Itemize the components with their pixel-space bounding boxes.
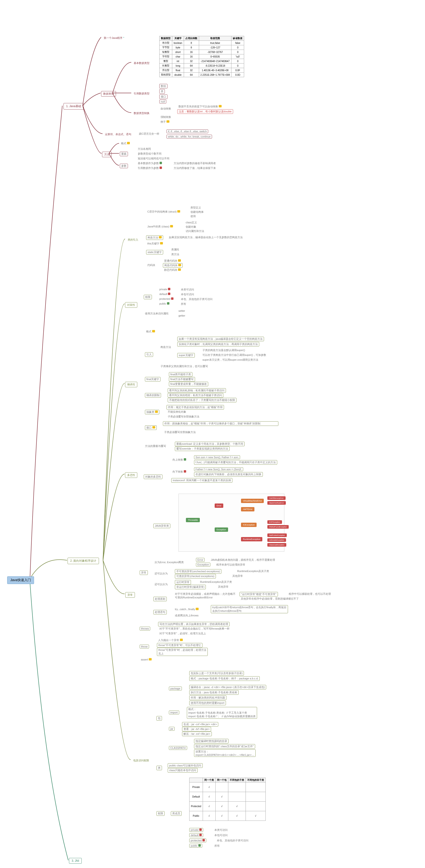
- pk1: 包实际上是一个文件夹(可以含有多级子目录): [189, 671, 244, 676]
- sk-b: 可以在子类构造方法中首行自己调用super()，可加参数: [201, 353, 267, 357]
- priv3n: 本包、其他包的子类可访问: [180, 297, 214, 301]
- cb1: 普通代码块: [163, 259, 182, 263]
- package[interactable]: package: [169, 687, 182, 690]
- th1: 写在方法的声明位置，表示如果发生异常，扔给调用者处理: [158, 622, 230, 626]
- mp4: public: [189, 844, 202, 848]
- ab2: 不能实例化对象: [166, 410, 187, 414]
- sk-c: super表示父类，可以用super.xxxx调用父类方法: [201, 358, 259, 362]
- err-exc[interactable]: 分为Error, Exception两类: [153, 560, 185, 564]
- cp3: 设置方法： export CLASSPATH=<dir1>:<dir2>:...…: [194, 749, 256, 757]
- mp4n: 所有: [213, 844, 221, 848]
- section-java-basics[interactable]: 1. Java基础: [64, 103, 84, 110]
- first-program[interactable]: 第一个Java程序 *: [102, 35, 126, 40]
- inherit-ctor[interactable]: 构造方法: [159, 345, 172, 349]
- tc1n: try或catch块中有return或throw语句，会先执行finally块，…: [211, 605, 288, 613]
- th2: 对于"不可查异常"，系统也会抛出它，写不写throws效果一样: [158, 627, 231, 631]
- priv3: protected: [158, 297, 175, 301]
- type-conv[interactable]: 数据类型转换: [132, 111, 152, 116]
- method-ol[interactable]: 方法的重载与覆写: [144, 444, 167, 448]
- inherit-limit[interactable]: 继承的限制: [145, 393, 161, 398]
- ref-type[interactable]: 引用数据类型: [132, 91, 152, 96]
- method-format[interactable]: 格式: [120, 142, 131, 146]
- inherit-format[interactable]: 格式: [145, 330, 156, 334]
- alsodiv2[interactable]: 还可以分为: [153, 582, 169, 586]
- checked-n: 其他异常: [231, 574, 244, 578]
- tc1: try...catch...finally: [174, 608, 200, 611]
- section-jni[interactable]: 3. JNI: [69, 858, 82, 864]
- method[interactable]: 方法: [102, 152, 112, 157]
- th3: 对于"可查异常"，必须写，处理方法见上: [158, 631, 207, 636]
- force-conv[interactable]: 强制转换: [159, 115, 172, 119]
- root-node[interactable]: Java快速入门: [7, 576, 34, 584]
- cp2: 指定运行时查找到的".class文件的目录"或"jar文件": [194, 744, 255, 749]
- conv-example[interactable]: 例子: [159, 120, 171, 124]
- exception-diagram: Throwable Error VirtualMachineError AWTE…: [178, 494, 284, 552]
- import[interactable]: import: [169, 711, 179, 714]
- use-method[interactable]: 使用方法来访问属性: [144, 312, 170, 316]
- op-if: if, if...else, if...else if...else, swit…: [166, 129, 208, 133]
- mol1: 重载overload: 定义多个同名方法，其参数类型、个数不同: [175, 442, 244, 446]
- access-priv[interactable]: 权限: [157, 811, 165, 816]
- polymorphism[interactable]: 多态性: [125, 472, 137, 478]
- assert[interactable]: assert: [140, 658, 153, 661]
- section-oop[interactable]: 2. 面向对象程序设计: [68, 558, 99, 564]
- super-key[interactable]: super关键字: [177, 353, 195, 358]
- member[interactable]: 类成员: [171, 811, 182, 816]
- class-access[interactable]: 类: [157, 766, 162, 770]
- interface[interactable]: 接口: [145, 425, 157, 430]
- abstract-class[interactable]: 抽象类: [145, 410, 159, 414]
- pkg-access[interactable]: 包及访问权限: [131, 758, 151, 763]
- class-intro[interactable]: 类的引入: [126, 237, 140, 242]
- inheritance[interactable]: 继承性: [125, 382, 137, 387]
- hp3: 其他异常在程序中必须处理，否则连编译都过不了: [239, 597, 300, 601]
- ref-array[interactable]: 数组: [159, 84, 167, 88]
- dc2: 在进行对象的向下转换前，必须首先发生对象的向上转换: [194, 472, 263, 477]
- throw[interactable]: throw: [140, 645, 149, 649]
- operators[interactable]: 运算符、表达式、语句: [103, 132, 133, 137]
- ctor[interactable]: 构造方法: [146, 235, 163, 240]
- final-key[interactable]: final关键字: [145, 377, 161, 381]
- datatype-table: 数据类型关键字占用比特数取值范围缺省数值 布尔型boolean8true,fal…: [159, 36, 244, 77]
- this-key[interactable]: this关键字: [146, 242, 164, 246]
- priv[interactable]: 权限: [144, 295, 152, 299]
- child-inherit: 子类继承父类的属性和方法，也可以覆写: [159, 364, 209, 368]
- downcast[interactable]: 向下转换: [171, 470, 187, 474]
- ref-interface[interactable]: 接口: [159, 94, 167, 99]
- priv4n: 所有: [180, 302, 187, 306]
- mp3n: 本包、其他包的子类可访问: [216, 839, 250, 843]
- param-basic: 基本数据作为参数: [136, 161, 163, 165]
- jc3: 访问属性和方法: [185, 229, 205, 233]
- method-param[interactable]: 参数: [120, 164, 128, 168]
- data-type[interactable]: 数据类型: [101, 91, 116, 97]
- method-overload[interactable]: 重载: [120, 152, 128, 156]
- basic-type[interactable]: 基本数据类型: [132, 61, 152, 66]
- classpath[interactable]: CLASSPATH: [169, 746, 187, 750]
- nonruntime-n: 其他异常: [217, 585, 230, 589]
- code-block[interactable]: 代码块: [146, 263, 157, 267]
- mp1n: 本类可访问: [213, 828, 229, 832]
- ref-null[interactable]: null: [159, 100, 166, 103]
- throws[interactable]: throws: [140, 627, 150, 630]
- encapsulation[interactable]: 封装性: [125, 302, 137, 308]
- inherit-intro[interactable]: 引入: [145, 352, 153, 357]
- handle-principle[interactable]: 处理原则: [153, 597, 167, 601]
- exception[interactable]: 异常: [125, 592, 135, 598]
- pkg-sub[interactable]: 包: [157, 716, 162, 721]
- hp2: "运行时异常"都是"不可查异常": [239, 592, 278, 596]
- ref-class[interactable]: 类: [159, 89, 165, 94]
- auto-conv[interactable]: 自动转换: [159, 106, 172, 111]
- alsodiv[interactable]: 还可以分为: [153, 571, 169, 576]
- java-exc-class[interactable]: JAVA异常类: [153, 524, 170, 528]
- priv2: default: [158, 292, 171, 296]
- java-class[interactable]: Java中的类 (class): [146, 224, 174, 228]
- try-catch[interactable]: 处理语句: [153, 610, 167, 615]
- static-key[interactable]: static关键字: [146, 250, 163, 254]
- exc[interactable]: 异常: [140, 570, 148, 575]
- pk3: 编译命令：javac -d <dir> <file.java> (表示在<dir…: [189, 685, 266, 689]
- obj-poly[interactable]: 对象的多态性: [144, 474, 162, 479]
- tc2: 或者两次向上throws: [174, 614, 200, 618]
- upcast[interactable]: 向上转换: [171, 458, 187, 462]
- jar[interactable]: jar: [169, 727, 175, 731]
- instanceof: instanceof: 用来判断一个对象是不是某个类的实例: [171, 478, 232, 483]
- struct[interactable]: C语言中的结构体 (struct): [146, 210, 182, 214]
